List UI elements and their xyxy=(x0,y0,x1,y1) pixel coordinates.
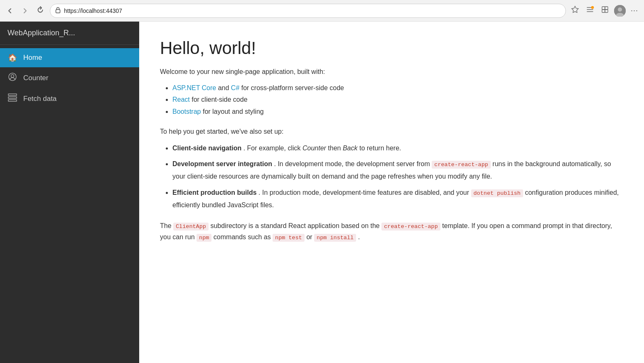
sidebar: WebApplication_R... 🏠 Home Counter Fetch… xyxy=(0,22,139,363)
create-react-app-code-1: create-react-app xyxy=(432,161,491,169)
svg-point-10 xyxy=(11,75,14,78)
fetch-data-icon xyxy=(7,93,17,104)
clientapp-code: ClientApp xyxy=(173,223,209,231)
sidebar-nav: 🏠 Home Counter Fetch data xyxy=(0,45,139,112)
svg-rect-4 xyxy=(602,10,605,12)
feature-production-builds: Efficient production builds . In product… xyxy=(172,186,623,212)
svg-rect-13 xyxy=(8,100,17,101)
svg-rect-12 xyxy=(8,97,17,98)
more-options-button[interactable]: ··· xyxy=(629,5,640,17)
home-icon: 🏠 xyxy=(7,53,17,62)
tech-list: ASP.NET Core and C# for cross-platform s… xyxy=(172,82,623,118)
lock-icon xyxy=(55,7,61,15)
tech-list-item-react: React for client-side code xyxy=(172,94,623,106)
tech-list-item-aspnet: ASP.NET Core and C# for cross-platform s… xyxy=(172,82,623,94)
svg-rect-11 xyxy=(8,94,17,96)
create-react-app-code-2: create-react-app xyxy=(381,223,440,231)
svg-rect-0 xyxy=(56,10,60,13)
collections-button[interactable] xyxy=(584,4,596,17)
svg-point-7 xyxy=(618,7,622,12)
forward-button[interactable] xyxy=(19,6,31,16)
svg-rect-5 xyxy=(605,10,608,12)
app-layout: WebApplication_R... 🏠 Home Counter Fetch… xyxy=(0,22,644,363)
main-content: Hello, world! Welcome to your new single… xyxy=(139,22,644,363)
dotnet-publish-code: dotnet publish xyxy=(471,189,523,197)
react-link[interactable]: React xyxy=(172,96,190,103)
sidebar-item-counter[interactable]: Counter xyxy=(0,67,139,88)
feature-dev-server: Development server integration . In deve… xyxy=(172,158,623,183)
favorites-star-button[interactable] xyxy=(569,4,581,17)
intro-text: Welcome to your new single-page applicat… xyxy=(160,66,623,77)
svg-point-1 xyxy=(591,6,594,9)
sidebar-item-home[interactable]: 🏠 Home xyxy=(0,48,139,67)
sidebar-brand: WebApplication_R... xyxy=(0,22,139,45)
help-text: To help you get started, we've also set … xyxy=(160,126,623,137)
counter-icon xyxy=(7,72,17,83)
back-button[interactable] xyxy=(4,6,16,16)
clientapp-paragraph: The ClientApp subdirectory is a standard… xyxy=(160,220,623,243)
address-bar[interactable]: https://localhost:44307 xyxy=(50,4,566,18)
bootstrap-link[interactable]: Bootstrap xyxy=(172,108,201,115)
npm-code: npm xyxy=(197,234,211,242)
user-avatar[interactable] xyxy=(614,5,626,17)
svg-rect-3 xyxy=(605,7,608,10)
sidebar-item-fetch-data[interactable]: Fetch data xyxy=(0,88,139,109)
csharp-link[interactable]: C# xyxy=(231,84,239,91)
browser-actions: ··· xyxy=(569,4,640,17)
svg-rect-2 xyxy=(602,7,605,10)
browser-chrome: https://localhost:44307 ··· xyxy=(0,0,644,22)
sidebar-item-home-label: Home xyxy=(23,54,42,62)
tech-list-item-bootstrap: Bootstrap for layout and styling xyxy=(172,106,623,118)
address-text: https://localhost:44307 xyxy=(64,7,560,14)
npm-test-code: npm test xyxy=(273,234,305,242)
feature-client-side-nav: Client-side navigation . For example, cl… xyxy=(172,142,623,155)
tab-actions-button[interactable] xyxy=(599,4,611,17)
reload-button[interactable] xyxy=(34,5,47,17)
sidebar-item-fetch-data-label: Fetch data xyxy=(23,95,57,103)
npm-install-code: npm install xyxy=(314,234,356,242)
page-title: Hello, world! xyxy=(160,38,623,58)
aspnet-link[interactable]: ASP.NET Core xyxy=(172,84,216,91)
features-list: Client-side navigation . For example, cl… xyxy=(172,142,623,212)
sidebar-item-counter-label: Counter xyxy=(23,74,48,82)
